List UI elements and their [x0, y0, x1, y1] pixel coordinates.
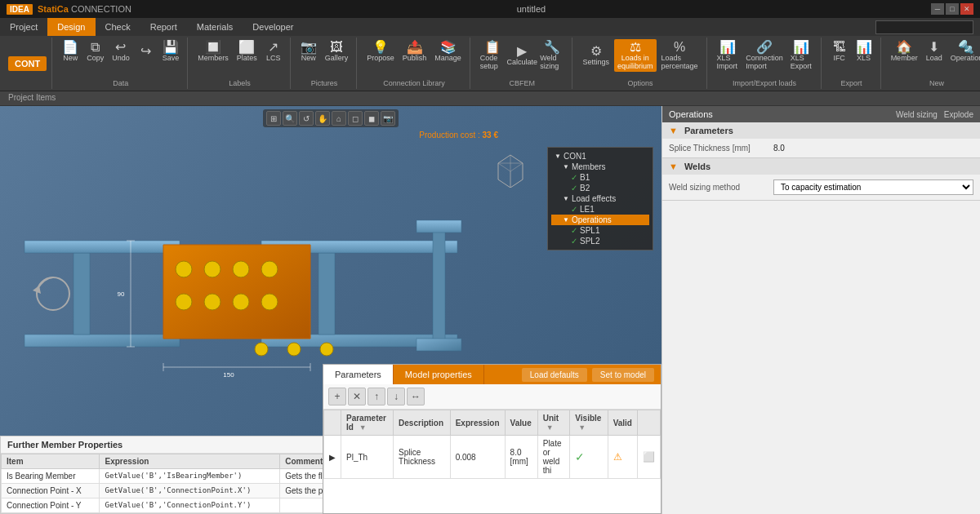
save-button[interactable]: 💾Save — [159, 39, 183, 64]
link-button[interactable]: ↔ — [407, 388, 425, 405]
menu-report[interactable]: Report — [140, 18, 187, 36]
ops-welds-header[interactable]: ▼ Welds — [662, 158, 980, 175]
labels-buttons: 🔲Members ⬜Plates ↗LCS — [194, 39, 285, 64]
operation-button[interactable]: 🔩Operation — [947, 39, 980, 64]
window-controls[interactable]: ─ □ ✕ — [931, 3, 973, 15]
weld-sizing-select[interactable]: To capacity estimation — [773, 179, 973, 195]
menu-developer[interactable]: Developer — [243, 18, 303, 36]
param-action-cell[interactable]: ⬜ — [638, 436, 661, 479]
svg-point-11 — [176, 294, 192, 310]
gallery-button[interactable]: 🖼Gallery — [322, 39, 352, 64]
tree-b2[interactable]: ✓ B2 — [551, 183, 649, 193]
menu-project[interactable]: Project — [0, 18, 47, 36]
pics-new-button[interactable]: 📷New — [297, 39, 320, 64]
vp-solid-btn[interactable]: ◼ — [364, 111, 379, 126]
code-setup-button[interactable]: 📋Code setup — [477, 39, 507, 72]
loads-percentage-button[interactable]: %Loadspercentage — [658, 39, 702, 72]
tree-spl2[interactable]: ✓ SPL2 — [551, 236, 649, 246]
col-param-id[interactable]: Parameter Id ▼ — [341, 410, 394, 436]
copy-button[interactable]: ⧉Copy — [83, 39, 107, 64]
tab-model-properties[interactable]: Model properties — [394, 365, 484, 384]
param-expr-cell[interactable]: 0.008 — [450, 436, 505, 479]
undo-button[interactable]: ↩Undo — [109, 39, 133, 64]
vp-pan-btn[interactable]: ✋ — [315, 111, 330, 126]
ifc-button[interactable]: 🏗IFC — [828, 39, 851, 64]
visible-filter[interactable]: ▼ — [578, 423, 586, 432]
vp-camera-btn[interactable]: 📷 — [381, 111, 395, 126]
propose-button[interactable]: 💡Propose — [363, 39, 398, 64]
vp-reset-btn[interactable]: ⌂ — [332, 111, 346, 126]
redo-button[interactable]: ↪ — [135, 43, 158, 60]
prop-item-2: Connection Point - X — [2, 484, 100, 498]
action-icon[interactable]: ⬜ — [643, 451, 655, 463]
param-id-cell[interactable]: Pl_Th — [341, 436, 394, 479]
members-button[interactable]: 🔲Members — [194, 39, 232, 64]
col-unit[interactable]: Unit ▼ — [537, 410, 570, 436]
publish-button[interactable]: 📤Publish — [399, 39, 430, 64]
menu-materials[interactable]: Materials — [187, 18, 243, 36]
add-param-button[interactable]: + — [328, 388, 346, 405]
new-button[interactable]: 📄New — [59, 39, 82, 64]
menu-check[interactable]: Check — [96, 18, 140, 36]
col-expand — [324, 410, 341, 436]
maximize-button[interactable]: □ — [946, 3, 959, 15]
ops-welds-section: ▼ Welds Weld sizing method To capacity e… — [662, 158, 980, 201]
tree-members[interactable]: ▼ Members — [551, 162, 649, 172]
set-to-model-button[interactable]: Set to model — [592, 368, 654, 382]
menu-search-input[interactable] — [875, 20, 973, 34]
load-defaults-button[interactable]: Load defaults — [522, 368, 587, 382]
svg-point-15 — [255, 343, 268, 356]
plates-button[interactable]: ⬜Plates — [234, 39, 261, 64]
settings-button[interactable]: ⚙Settings — [579, 43, 612, 68]
svg-line-34 — [498, 163, 510, 171]
ops-params-header[interactable]: ▼ Parameters — [662, 122, 980, 139]
param-visible-cell[interactable]: ✓ — [570, 436, 608, 479]
vp-zoom-btn[interactable]: 🔍 — [283, 111, 297, 126]
load-button[interactable]: ⬇Load — [923, 39, 946, 64]
lcs-button[interactable]: ↗LCS — [262, 39, 285, 64]
loads-equilibrium-button[interactable]: ⚖Loads inequilibrium — [614, 39, 657, 72]
tab-explode[interactable]: Explode — [944, 110, 973, 119]
minimize-button[interactable]: ─ — [931, 3, 944, 15]
tree-b1[interactable]: ✓ B1 — [551, 172, 649, 183]
move-up-button[interactable]: ↑ — [368, 388, 385, 405]
menu-design[interactable]: Design — [47, 18, 95, 36]
toolbar-new-group: 🏠Member ⬇Load 🔩Operation New — [883, 38, 980, 89]
member-button[interactable]: 🏠Member — [888, 39, 921, 64]
tab-parameters[interactable]: Parameters — [323, 365, 394, 384]
param-expand[interactable]: ▶ — [324, 436, 341, 479]
tree-load-effects[interactable]: ▼ Load effects — [551, 193, 649, 204]
connection-import-button[interactable]: 🔗Connection Import — [743, 39, 786, 72]
manage-button[interactable]: 📚Manage — [431, 39, 465, 64]
toolbar-export-group: 🏗IFC 📊XLS Export — [823, 38, 881, 89]
prop-expr-1: GetValue('B','IsBearingMember') — [100, 469, 280, 484]
calculate-button[interactable]: ▶Calculate — [509, 43, 535, 68]
cbfem-group-label: CBFEM — [509, 79, 535, 87]
xls-export-button[interactable]: 📊XLS Export — [787, 39, 816, 72]
tree-con1[interactable]: ▼ CON1 — [551, 151, 649, 162]
unit-filter[interactable]: ▼ — [546, 423, 554, 432]
col-valid: Valid — [608, 410, 637, 436]
cont-button[interactable]: CONT — [8, 56, 47, 71]
window-title: untitled — [131, 4, 931, 14]
vp-fit-btn[interactable]: ⊞ — [266, 111, 281, 126]
close-button[interactable]: ✕ — [960, 3, 973, 15]
remove-param-button[interactable]: ✕ — [348, 388, 366, 405]
move-down-button[interactable]: ↓ — [387, 388, 405, 405]
subtab-project-items[interactable]: Project Items — [0, 91, 64, 105]
weld-sizing-button[interactable]: 🔧Weld sizing — [537, 39, 567, 72]
vp-rotate-btn[interactable]: ↺ — [299, 111, 314, 126]
tab-weld-sizing[interactable]: Weld sizing — [896, 110, 938, 119]
tree-spl1[interactable]: ✓ SPL1 — [551, 225, 649, 236]
menu-search-area[interactable] — [875, 20, 973, 34]
param-id-filter[interactable]: ▼ — [359, 423, 367, 432]
tree-le1[interactable]: ✓ LE1 — [551, 204, 649, 215]
param-value-cell: 8.0 [mm] — [505, 436, 537, 479]
tree-operations[interactable]: ▼ Operations — [551, 215, 649, 225]
toolbar-cbfem-group: 📋Code setup ▶Calculate 🔧Weld sizing CBFE… — [472, 38, 573, 89]
xls-button[interactable]: 📊XLS — [853, 39, 875, 64]
xls-import-button[interactable]: 📊XLS Import — [714, 39, 742, 72]
col-visible[interactable]: Visible ▼ — [570, 410, 608, 436]
prop-item-3: Connection Point - Y — [2, 498, 100, 513]
vp-wireframe-btn[interactable]: ◻ — [348, 111, 363, 126]
